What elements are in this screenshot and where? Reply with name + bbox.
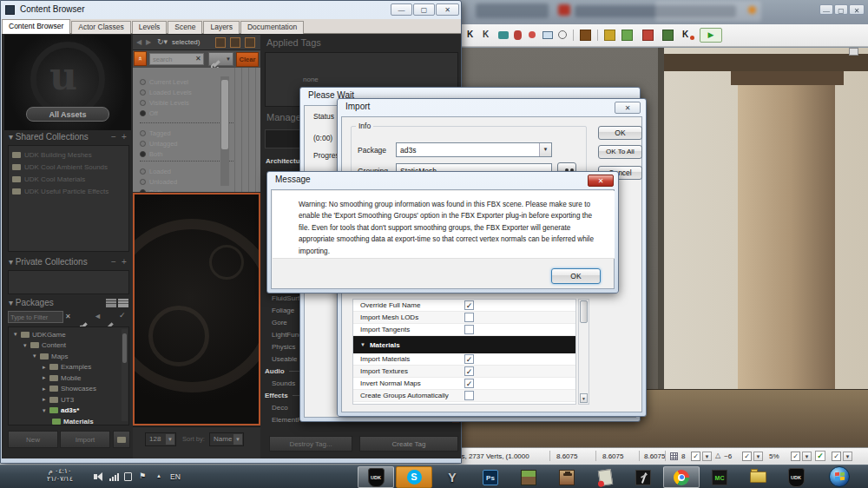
camera-icon[interactable] [498, 31, 509, 39]
message-ok-button[interactable]: OK [551, 268, 601, 284]
open-external-icon[interactable] [230, 37, 240, 48]
scale-snap-checkbox[interactable]: ✓ [791, 452, 800, 461]
tab[interactable]: Documentation [240, 21, 304, 34]
tree-scrollbar-thumb[interactable] [122, 333, 127, 363]
collection-item[interactable]: UDK Cool Materials [9, 173, 128, 185]
import-option-row[interactable]: ▼Materials [353, 336, 575, 353]
network-icon[interactable] [109, 473, 119, 481]
cb-minimize-button[interactable]: ― [391, 3, 412, 16]
show-hidden-icons[interactable]: ▲ [156, 473, 161, 478]
option-checkbox[interactable]: ✓ [464, 379, 474, 388]
detail-view-icon[interactable] [118, 299, 128, 307]
option-checkbox[interactable] [464, 325, 474, 334]
list-view-icon[interactable] [106, 299, 116, 307]
tab[interactable]: Levels [132, 21, 168, 34]
expanded-icon[interactable]: ▾ [14, 331, 21, 338]
clear-filter-icon[interactable]: ✕ [65, 313, 71, 320]
taskbar-app-chrome[interactable] [663, 466, 700, 488]
scale-snap-dropdown[interactable]: ▼ [802, 452, 812, 461]
expanded-icon[interactable]: ▾ [23, 342, 30, 349]
all-assets-button[interactable]: All Assets [26, 107, 109, 122]
new-package-button[interactable]: New [8, 431, 58, 448]
search-options-button[interactable]: ▼ [208, 52, 233, 66]
radio-icon[interactable] [140, 168, 146, 175]
collapsed-icon[interactable]: ▸ [43, 386, 49, 392]
publish-icon[interactable] [662, 30, 674, 41]
taskbar-app-modeling-tool[interactable]: Y [434, 466, 470, 488]
autosave-dropdown[interactable]: ▼ [843, 452, 852, 461]
create-tag-button[interactable]: Create Tag [359, 436, 458, 452]
tree-item[interactable]: ▾▸ad3s* [9, 406, 128, 417]
autosave-checkbox[interactable]: ✓ [832, 452, 841, 461]
open-package-button[interactable] [113, 431, 130, 448]
message-close-button[interactable]: ✕ [588, 175, 614, 187]
tree-item[interactable]: ▾▸Mobile [9, 373, 128, 384]
collection-item[interactable]: UDK Building Meshes [9, 148, 128, 161]
asset-thumbnail-panel[interactable] [133, 193, 260, 425]
taskbar-app-skype[interactable]: S [396, 466, 432, 488]
collection-item[interactable]: UDK Cool Ambient Sounds [9, 161, 128, 173]
autosave-icon[interactable]: ✓ [815, 451, 825, 461]
tab[interactable]: Scene [168, 21, 202, 34]
tree-item[interactable]: ▾▸UT3 [9, 394, 128, 406]
import-option-row[interactable]: ▼Invert Normal Maps✓ [353, 378, 575, 390]
collapsed-icon[interactable]: ▸ [43, 364, 49, 371]
options-scrollbar-thumb[interactable] [580, 300, 588, 323]
combo-arrow-icon[interactable]: ▼ [539, 143, 551, 156]
actor-icon[interactable] [514, 30, 522, 40]
monitor-icon[interactable] [542, 31, 553, 39]
import-option-row[interactable]: ▼Import Tangents [353, 324, 575, 336]
taskbar-app-card-game[interactable] [587, 466, 623, 488]
radio-icon[interactable] [140, 89, 146, 96]
tree-item[interactable]: ▾▸UDKGame [9, 329, 128, 340]
options-scrollbar[interactable]: ▼ [578, 299, 589, 405]
viewport-maximize-icon[interactable] [849, 48, 858, 56]
tree-item[interactable]: ▾▸Showcases [9, 384, 128, 395]
tab[interactable]: Layers [203, 21, 240, 34]
taskbar-app-explorer[interactable] [740, 466, 776, 488]
import-option-row[interactable]: ▼Override Full Name✓ [353, 300, 575, 312]
taskbar-app-western-game[interactable] [549, 466, 585, 488]
collapsed-icon[interactable]: ▸ [43, 396, 49, 403]
door-yellow-icon[interactable] [604, 30, 615, 41]
sync-icon[interactable]: ◄ [94, 312, 102, 320]
collapse-filters-button[interactable]: « [134, 51, 147, 66]
option-checkbox[interactable]: ✓ [464, 300, 474, 310]
start-button[interactable] [829, 466, 850, 487]
cb-close-button[interactable]: ✕ [436, 3, 459, 16]
destroy-tag-button[interactable]: Destroy Tag... [269, 436, 352, 452]
radio-icon[interactable] [140, 130, 146, 136]
taskbar-app-minecraft[interactable] [510, 466, 547, 488]
clear-search-icon[interactable]: ✕ [195, 55, 201, 63]
radio-icon[interactable] [140, 79, 146, 85]
radio-icon[interactable] [140, 179, 146, 185]
radio-icon[interactable] [140, 151, 146, 157]
editor-minimize-button[interactable]: ― [819, 4, 833, 15]
taskbar-app-art-game[interactable] [625, 466, 661, 488]
taskbar-app-udk[interactable]: UDK [358, 466, 394, 488]
remove-collection-icon[interactable]: − [111, 132, 116, 142]
collapsed-icon[interactable]: ▸ [43, 374, 49, 381]
add-collection-icon[interactable]: + [122, 132, 127, 142]
editor-close-button[interactable]: ✕ [849, 4, 865, 15]
add-collection-icon[interactable]: + [122, 257, 127, 267]
play-button[interactable]: ▶ [700, 28, 722, 43]
expanded-icon[interactable]: ▾ [33, 353, 40, 359]
sort-dropdown[interactable]: Name▼ [209, 432, 244, 446]
radio-icon[interactable] [140, 141, 146, 147]
forward-icon[interactable]: ▶ [146, 38, 151, 46]
clear-filters-button[interactable]: Clear [236, 52, 259, 67]
option-checkbox[interactable] [464, 391, 474, 400]
thumbnail-size-dropdown[interactable]: 128▼ [145, 432, 176, 446]
taskbar-app-photoshop[interactable]: Ps [472, 466, 509, 488]
tree-item[interactable]: ▾▸Maps [9, 351, 128, 362]
taskbar-app-media-converter[interactable]: MC [701, 466, 738, 488]
import-option-row[interactable]: ▼Import Mesh LODs [353, 312, 575, 324]
tab[interactable]: Content Browser [2, 19, 70, 34]
tree-item[interactable]: ▾▸Content [9, 340, 128, 352]
pin-icon[interactable] [529, 31, 536, 38]
flag-icon[interactable]: ⚑ [139, 472, 146, 480]
cb-maximize-button[interactable]: ▢ [413, 3, 435, 16]
radio-icon[interactable] [140, 189, 146, 193]
curve-editor-icon[interactable]: K [483, 30, 489, 39]
